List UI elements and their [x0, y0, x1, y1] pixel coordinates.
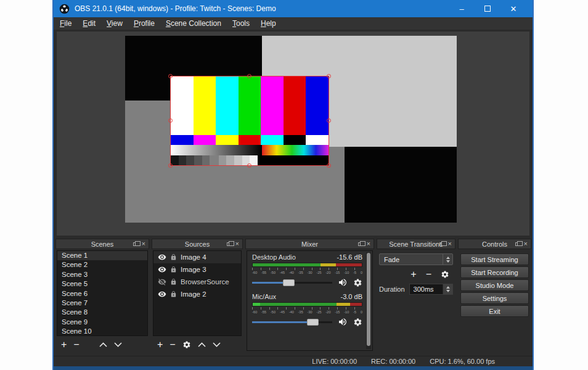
- dock-float-icon[interactable]: [439, 242, 444, 246]
- menu-profile[interactable]: Profile: [133, 19, 156, 28]
- speaker-icon[interactable]: [338, 317, 348, 327]
- lock-icon[interactable]: [170, 278, 177, 286]
- bar-red: [284, 76, 306, 135]
- mixer-panel-title: Mixer: [301, 240, 318, 248]
- dock-float-icon[interactable]: [358, 242, 362, 246]
- dock-float-icon[interactable]: [227, 242, 231, 246]
- controls-panel-header[interactable]: Controls ×: [458, 239, 531, 249]
- scene-down-button[interactable]: [114, 342, 122, 347]
- desktop-background: OBS 21.0.1 (64bit, windows) - Profile: T…: [0, 0, 588, 370]
- minimize-button[interactable]: –: [449, 0, 475, 17]
- dock-close-icon[interactable]: ×: [235, 240, 239, 247]
- dock-close-icon[interactable]: ×: [524, 240, 528, 247]
- dock-close-icon[interactable]: ×: [448, 240, 452, 247]
- menu-help[interactable]: Help: [259, 19, 277, 28]
- scene-list-item[interactable]: Scene 8: [57, 308, 147, 317]
- sources-panel-header[interactable]: Sources ×: [152, 239, 243, 249]
- channel-settings-gear-icon[interactable]: [353, 278, 362, 287]
- transitions-content: Fade + − Duration 300ms: [379, 250, 453, 351]
- lock-icon[interactable]: [170, 290, 177, 298]
- visibility-eye-icon[interactable]: [158, 265, 166, 274]
- start-recording-button[interactable]: Start Recording: [460, 266, 529, 278]
- menu-tools[interactable]: Tools: [231, 19, 251, 28]
- volume-slider-handle[interactable]: [283, 279, 295, 286]
- scene-list-item[interactable]: Scene 9: [57, 318, 147, 327]
- duration-spinbox[interactable]: 300ms: [409, 284, 453, 295]
- title-bar[interactable]: OBS 21.0.1 (64bit, windows) - Profile: T…: [54, 0, 533, 17]
- chevron-down-icon: [446, 290, 450, 292]
- transition-properties-gear-icon[interactable]: [441, 270, 449, 279]
- menu-view[interactable]: View: [105, 19, 124, 28]
- volume-slider[interactable]: [252, 319, 332, 326]
- scene-canvas[interactable]: [125, 36, 457, 223]
- lock-icon[interactable]: [170, 253, 177, 261]
- start-streaming-button[interactable]: Start Streaming: [460, 253, 529, 265]
- selection-handle-top-left[interactable]: [168, 74, 173, 78]
- studio-mode-button[interactable]: Studio Mode: [460, 279, 529, 291]
- scene-list-item[interactable]: Scene 7: [57, 298, 147, 308]
- source-up-button[interactable]: [198, 342, 206, 347]
- lock-icon[interactable]: [170, 266, 177, 273]
- mixer-scrollbar-thumb[interactable]: [367, 253, 370, 346]
- dock-float-icon[interactable]: [133, 242, 137, 246]
- source-list-item[interactable]: BrowserSource: [153, 276, 241, 288]
- settings-button[interactable]: Settings: [460, 292, 529, 304]
- source-list-item[interactable]: Image 4: [153, 251, 241, 263]
- scenes-panel-header[interactable]: Scenes ×: [55, 239, 149, 249]
- combo-spinner[interactable]: [443, 254, 452, 265]
- remove-scene-button[interactable]: −: [73, 340, 79, 350]
- dock-float-icon[interactable]: [515, 242, 520, 246]
- selection-handle-bottom-left[interactable]: [168, 163, 173, 168]
- transitions-panel-header[interactable]: Scene Transitions ×: [377, 239, 455, 249]
- remove-source-button[interactable]: −: [169, 340, 175, 350]
- preview-area: [57, 31, 529, 236]
- scene-list-item[interactable]: Scene 6: [57, 289, 147, 298]
- visibility-eye-icon[interactable]: [158, 253, 166, 261]
- speaker-icon[interactable]: [338, 278, 348, 287]
- scene-list-item[interactable]: Scene 10: [57, 327, 147, 336]
- visibility-eye-icon[interactable]: [158, 290, 166, 298]
- scene-list-item[interactable]: Scene 1: [57, 251, 147, 260]
- add-transition-button[interactable]: +: [410, 269, 416, 279]
- selection-handle-mid-right[interactable]: [327, 118, 331, 123]
- duration-spinner[interactable]: [443, 284, 452, 294]
- channel-settings-gear-icon[interactable]: [353, 318, 362, 327]
- black-fill: [258, 155, 329, 165]
- visibility-off-eye-icon[interactable]: [158, 278, 166, 286]
- transition-select[interactable]: Fade: [379, 253, 453, 265]
- dock-close-icon[interactable]: ×: [142, 240, 145, 247]
- menu-bar: File Edit View Profile Scene Collection …: [54, 17, 533, 30]
- selection-handle-bottom-mid[interactable]: [247, 163, 251, 168]
- source-list-item[interactable]: Image 3: [153, 263, 241, 276]
- selection-handle-bottom-right[interactable]: [327, 163, 331, 168]
- menu-edit[interactable]: Edit: [81, 19, 97, 28]
- menu-file[interactable]: File: [59, 19, 73, 28]
- source-down-button[interactable]: [213, 342, 221, 347]
- cast-magenta: [194, 135, 216, 145]
- meter-tick-labels: -60-55-50-45-40-35-30-25-20-15-10-50: [252, 271, 362, 274]
- source-list-item[interactable]: Image 2: [153, 288, 241, 300]
- mixer-scrollbar[interactable]: [366, 252, 371, 349]
- selection-handle-mid-left[interactable]: [168, 118, 173, 123]
- maximize-button[interactable]: [475, 0, 500, 17]
- bar-green: [239, 76, 261, 135]
- source-properties-gear-icon[interactable]: [182, 340, 191, 349]
- mixer-panel-header[interactable]: Mixer ×: [245, 239, 374, 249]
- exit-button[interactable]: Exit: [460, 305, 529, 317]
- scene-list-item[interactable]: Scene 2: [57, 260, 147, 269]
- volume-slider[interactable]: [252, 279, 332, 286]
- testcard-castellation-row: [171, 135, 329, 145]
- add-source-button[interactable]: +: [157, 340, 163, 350]
- scene-list-item[interactable]: Scene 5: [57, 279, 147, 289]
- remove-transition-button[interactable]: −: [426, 269, 431, 279]
- volume-slider-handle[interactable]: [307, 319, 319, 326]
- scene-list-item[interactable]: Scene 3: [57, 270, 147, 279]
- menu-scene-collection[interactable]: Scene Collection: [165, 19, 223, 28]
- add-scene-button[interactable]: +: [61, 340, 67, 350]
- close-button[interactable]: ✕: [500, 0, 526, 17]
- selection-handle-top-right[interactable]: [327, 74, 331, 78]
- dock-close-icon[interactable]: ×: [367, 240, 370, 247]
- selected-source-testcard[interactable]: [170, 76, 329, 166]
- selection-handle-top-mid[interactable]: [247, 74, 251, 78]
- scene-up-button[interactable]: [99, 342, 107, 347]
